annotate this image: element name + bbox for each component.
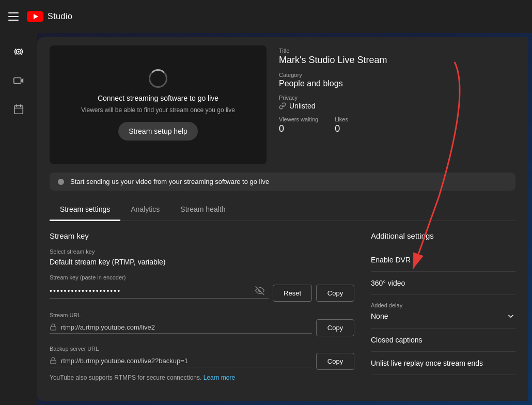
youtube-logo-icon xyxy=(27,11,43,22)
enable-dvr-label: Enable DVR xyxy=(371,256,515,264)
link-icon xyxy=(279,102,286,110)
sidebar xyxy=(0,33,37,405)
stream-key-title: Stream key xyxy=(50,231,354,240)
footer-note: YouTube also supports RTMPS for secure c… xyxy=(50,374,354,381)
preview-text1: Connect streaming software to go live xyxy=(98,94,218,102)
hamburger-menu[interactable] xyxy=(8,12,19,21)
backup-label: Backup server URL xyxy=(50,346,312,352)
stream-info-panel: Title Mark's Studio Live Stream Category… xyxy=(279,45,515,164)
video360-item: 360° video xyxy=(371,272,515,295)
svg-rect-6 xyxy=(14,106,23,114)
tabs-row: Stream settings Analytics Stream health xyxy=(50,199,515,221)
loading-spinner xyxy=(149,69,167,88)
closed-captions-label: Closed captions xyxy=(371,336,515,344)
video360-label: 360° video xyxy=(371,279,515,287)
svg-rect-4 xyxy=(14,78,21,84)
added-delay-item: Added delay None xyxy=(371,295,515,329)
settings-layout: Stream key Select stream key Default str… xyxy=(50,231,515,381)
status-text: Start sending us your video from your st… xyxy=(70,178,269,185)
svg-point-3 xyxy=(18,51,20,53)
stream-setup-help-button[interactable]: Stream setup help xyxy=(118,122,198,141)
unlist-replay-label: Unlist live replay once stream ends xyxy=(371,359,515,367)
studio-label: Studio xyxy=(48,12,72,21)
stream-top-row: Connect streaming software to go live Vi… xyxy=(50,45,515,164)
likes-value: 0 xyxy=(335,123,348,134)
sidebar-item-live[interactable] xyxy=(4,39,33,64)
viewers-stat: Viewers waiting 0 xyxy=(279,116,318,134)
status-bar: Start sending us your video from your st… xyxy=(50,173,515,191)
viewers-label: Viewers waiting xyxy=(279,116,318,122)
preview-text2: Viewers will be able to find your stream… xyxy=(81,106,235,114)
delay-value: None xyxy=(371,312,388,320)
title-value: Mark's Studio Live Stream xyxy=(279,55,515,66)
sidebar-item-camera[interactable] xyxy=(4,68,33,93)
lock-icon xyxy=(50,323,57,331)
key-field-label: Stream key (paste in encoder) xyxy=(50,274,354,281)
url-label: Stream URL xyxy=(50,312,312,318)
tab-stream-settings[interactable]: Stream settings xyxy=(50,199,120,221)
stats-row: Viewers waiting 0 Likes 0 xyxy=(279,116,515,134)
additional-settings-title: Additional settings xyxy=(371,231,515,240)
sidebar-item-calendar[interactable] xyxy=(4,97,33,122)
select-key-value: Default stream key (RTMP, variable) xyxy=(50,258,354,266)
delay-sublabel: Added delay xyxy=(371,302,515,308)
delay-dropdown[interactable]: None xyxy=(371,311,515,321)
copy-backup-button[interactable]: Copy xyxy=(316,353,354,370)
copy-key-button[interactable]: Copy xyxy=(316,285,354,302)
logo-area: Studio xyxy=(27,11,72,22)
chevron-down-icon xyxy=(506,311,515,321)
svg-rect-11 xyxy=(51,326,56,330)
live-icon xyxy=(13,46,24,57)
status-dot xyxy=(58,179,64,185)
additional-settings-panel: Additional settings Enable DVR 360° vide… xyxy=(371,231,515,381)
video-preview: Connect streaming software to go live Vi… xyxy=(50,45,267,164)
stream-key-section: Stream key Select stream key Default str… xyxy=(50,231,354,381)
privacy-label: Privacy xyxy=(279,95,515,101)
likes-stat: Likes 0 xyxy=(335,116,348,134)
stream-url-input[interactable] xyxy=(61,323,312,331)
title-field: Title Mark's Studio Live Stream xyxy=(279,48,515,66)
category-label: Category xyxy=(279,72,515,78)
category-field: Category People and blogs xyxy=(279,72,515,88)
tab-analytics[interactable]: Analytics xyxy=(120,199,170,221)
camera-icon xyxy=(13,75,24,86)
toggle-key-visibility-button[interactable] xyxy=(253,284,267,299)
stream-key-input[interactable] xyxy=(50,284,269,299)
calendar-icon xyxy=(13,104,24,115)
tab-stream-health[interactable]: Stream health xyxy=(170,199,236,221)
viewers-value: 0 xyxy=(279,123,318,134)
closed-captions-item: Closed captions xyxy=(371,329,515,352)
copy-url-button[interactable]: Copy xyxy=(316,319,354,336)
category-value: People and blogs xyxy=(279,79,515,88)
likes-label: Likes xyxy=(335,116,348,122)
privacy-value: Unlisted xyxy=(289,102,316,110)
privacy-value-row: Unlisted xyxy=(279,102,515,110)
content-area: Connect streaming software to go live Vi… xyxy=(37,37,528,401)
eye-off-icon xyxy=(255,286,264,295)
privacy-field: Privacy Unlisted xyxy=(279,95,515,110)
main-layout: Connect streaming software to go live Vi… xyxy=(0,33,532,405)
lock-backup-icon xyxy=(50,357,57,364)
learn-more-link[interactable]: Learn more xyxy=(204,374,235,381)
svg-rect-12 xyxy=(51,360,56,363)
backup-url-input[interactable] xyxy=(61,357,312,365)
select-key-label: Select stream key xyxy=(50,248,354,255)
enable-dvr-item: Enable DVR xyxy=(371,248,515,272)
reset-button[interactable]: Reset xyxy=(273,285,312,302)
stream-url-field: Stream URL xyxy=(50,312,312,334)
backup-url-field: Backup server URL xyxy=(50,346,312,367)
topbar: Studio xyxy=(0,0,532,33)
title-label: Title xyxy=(279,48,515,54)
unlist-replay-item: Unlist live replay once stream ends xyxy=(371,352,515,375)
